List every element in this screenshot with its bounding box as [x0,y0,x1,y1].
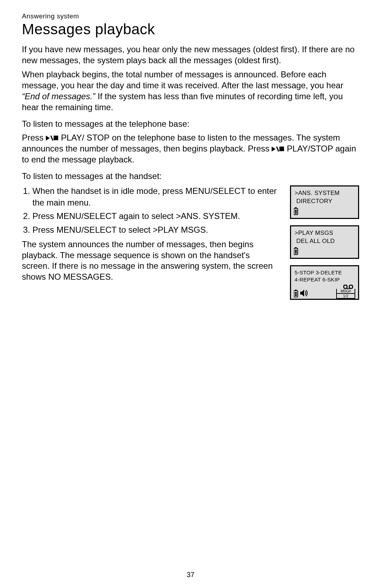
page-number: 37 [0,571,381,579]
battery-icon [294,290,298,297]
text: . [111,272,113,281]
msg-number: 1/2 [337,294,355,298]
step-1: When the handset is in idle mode, press … [32,185,279,208]
heading-listen-handset: To listen to messages at the handset: [22,171,359,181]
handset-after-paragraph: The system announces the number of messa… [22,239,279,283]
speaker-icon [300,290,309,297]
ans-system-label: >ANS. SYSTEM [176,211,237,221]
screen-line-2: 4-REPEAT 6-SKIP [295,276,355,283]
menu-select-label: SELECT [213,186,246,196]
text: PLAY/ [59,133,84,142]
base-instructions: Press PLAY/ STOP on the telephone base t… [22,132,359,165]
heading-listen-base: To listen to messages at the telephone b… [22,119,359,129]
step-3: Press MENU/SELECT to select >PLAY MSGS. [32,224,279,236]
text: When playback begins, the total number o… [22,70,343,90]
screen-line-2: DEL ALL OLD [295,237,355,245]
no-messages-label: NO MESSAGES [48,272,111,281]
end-of-messages-quote: “End of messages.” [22,91,95,101]
text: Press [22,133,46,142]
step-2: Press MENU/SELECT again to select >ANS. … [32,210,279,222]
menu-select-label: MENU/ [56,225,84,234]
battery-icon [294,207,298,215]
handset-screens-column: >ANS. SYSTEM DIRECTORY >PLAY MSGS DEL AL… [290,184,359,306]
intro-paragraph-2: When playback begins, the total number o… [22,69,359,113]
text: again to select [116,211,176,221]
msg-counter-box: MSG# 1/2 [336,289,355,299]
intro-paragraph-1: If you have new messages, you hear only … [22,44,359,66]
text: Press [32,211,56,221]
play-msgs-label: >PLAY MSGS [153,225,206,234]
handset-screen-ans-system: >ANS. SYSTEM DIRECTORY [290,185,359,219]
play-stop-icon [46,136,59,141]
screen-line-1: >ANS. SYSTEM [295,189,355,197]
text: Press [32,225,56,234]
text: to select [116,225,153,234]
handset-steps: When the handset is in idle mode, press … [22,185,279,236]
play-label: PLAY [284,144,308,153]
menu-select-label: MENU/ [56,211,84,221]
screen-line-1: 5-STOP 3-DELETE [295,269,355,276]
msg-label: MSG# [337,289,355,294]
manual-page: Answering system Messages playback If yo… [0,0,381,588]
play-stop-icon [272,147,284,152]
text: . [206,225,208,234]
text: When the handset is in idle mode, press [32,186,186,196]
stop-label: STOP [84,133,110,142]
menu-select-label: SELECT [84,211,116,221]
screen-line-2: DIRECTORY [295,197,355,205]
text: . [238,211,240,221]
handset-screen-playback-controls: 5-STOP 3-DELETE 4-REPEAT 6-SKIP MSG# 1/2 [290,265,359,300]
steps-column: When the handset is in idle mode, press … [22,184,279,306]
section-pretitle: Answering system [22,12,359,20]
menu-select-label: SELECT [84,225,116,234]
handset-screen-play-msgs: >PLAY MSGS DEL ALL OLD [290,225,359,259]
page-title: Messages playback [22,21,359,38]
screen-line-1: >PLAY MSGS [295,229,355,237]
tape-icon [343,285,353,289]
battery-icon [294,247,298,255]
menu-select-label: MENU/ [186,186,213,196]
